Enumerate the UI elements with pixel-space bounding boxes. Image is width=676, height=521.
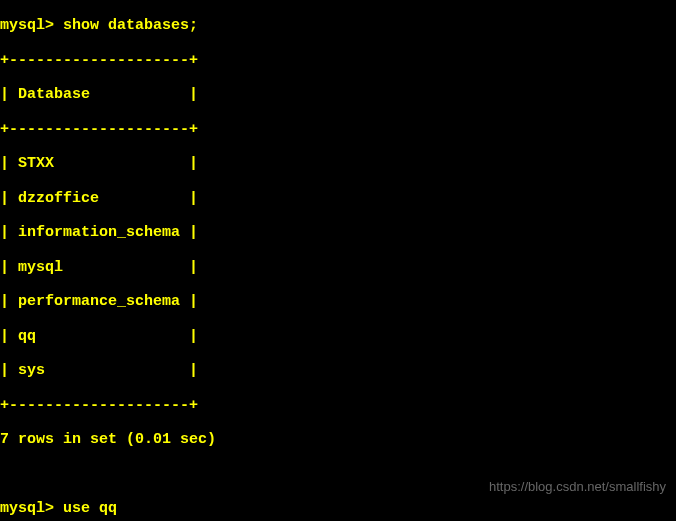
table-row: | qq | <box>0 328 676 345</box>
table-row: | performance_schema | <box>0 293 676 310</box>
table-row: | information_schema | <box>0 224 676 241</box>
table-border: +--------------------+ <box>0 121 676 138</box>
table-row: | dzzoffice | <box>0 190 676 207</box>
table-header: | Database | <box>0 86 676 103</box>
result-footer: 7 rows in set (0.01 sec) <box>0 431 676 448</box>
mysql-terminal[interactable]: mysql> show databases; +----------------… <box>0 0 676 521</box>
table-border: +--------------------+ <box>0 52 676 69</box>
table-border: +--------------------+ <box>0 397 676 414</box>
table-row: | STXX | <box>0 155 676 172</box>
prompt: mysql> <box>0 17 54 34</box>
command-use-qq: use qq <box>63 500 117 517</box>
watermark: https://blog.csdn.net/smallfishy <box>489 480 666 495</box>
table-row: | sys | <box>0 362 676 379</box>
prompt: mysql> <box>0 500 54 517</box>
table-row: | mysql | <box>0 259 676 276</box>
command-show-databases: show databases; <box>63 17 198 34</box>
